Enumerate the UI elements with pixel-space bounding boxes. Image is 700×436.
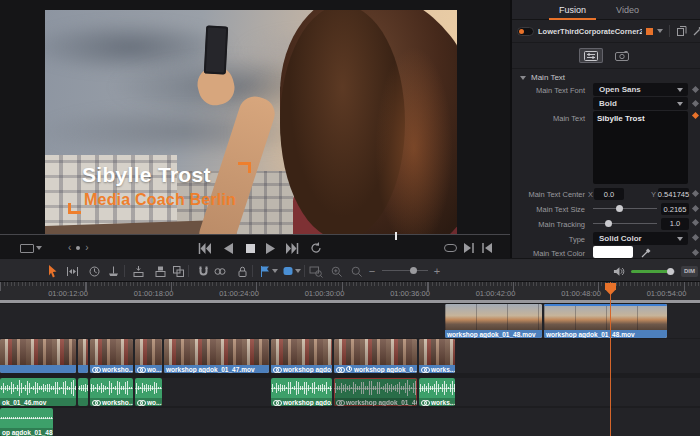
volume-slider[interactable] <box>631 270 675 273</box>
timeline-clip[interactable]: workshop agdok_01_48.mov <box>445 304 542 338</box>
clip-label: worksho... <box>102 366 133 373</box>
slider-knob[interactable] <box>605 220 612 227</box>
play-reverse-button[interactable] <box>224 241 233 255</box>
timeline-clip[interactable]: workshop agdok_0... <box>334 339 417 373</box>
timeline-clip[interactable]: workshop agdo... <box>271 339 332 373</box>
tab-fusion[interactable]: Fusion <box>555 2 590 18</box>
timeline-clip[interactable]: ok_01_46.mov <box>0 378 76 406</box>
overwrite-clip-button[interactable] <box>152 263 168 279</box>
timeline-clip[interactable]: workshop agdo... <box>271 378 332 406</box>
copy-icon[interactable] <box>676 25 688 37</box>
timeline-clip[interactable]: wo... <box>135 339 162 373</box>
tracking-slider[interactable] <box>593 217 657 230</box>
center-y-input[interactable]: 0.541745 <box>658 188 689 200</box>
timeline-clip[interactable]: op agdok_01_48... <box>0 408 53 436</box>
link-icon <box>137 367 145 371</box>
color-swatch-icon[interactable] <box>646 28 653 35</box>
snapping-magnet-button[interactable] <box>195 263 211 279</box>
timeline-viewer-panel: Sibylle Trost Media Coach Berlin ‹› <box>0 0 510 258</box>
lower-third-corner-bracket <box>238 162 251 173</box>
timeline-clip[interactable]: workshop agdok_01_47.mov <box>164 339 269 373</box>
timeline-clip[interactable] <box>78 339 88 373</box>
playhead-line[interactable] <box>610 282 611 436</box>
timeline-clip[interactable] <box>0 339 76 373</box>
jog-wheel[interactable]: ‹› <box>68 241 89 255</box>
volume-knob[interactable] <box>667 268 674 275</box>
clip-label-bar: ok_01_46.mov <box>0 398 76 406</box>
timeline-clip[interactable]: worksho... <box>90 339 133 373</box>
zoom-in-button[interactable]: + <box>431 263 443 279</box>
row-main-text-center: Main Text Center X 0.0 Y 0.541745 <box>512 187 700 200</box>
timeline-clip[interactable]: wo... <box>135 378 162 406</box>
timeline-clip[interactable]: workshop agdok_01_48.mov <box>544 304 667 338</box>
zoom-out-button[interactable]: − <box>366 263 378 279</box>
chevron-down-icon[interactable] <box>657 29 663 33</box>
zoom-slider-knob[interactable] <box>410 267 417 274</box>
clip-label-bar <box>0 365 76 373</box>
flag-dropdown-button[interactable] <box>270 263 280 279</box>
settings-tab[interactable] <box>610 48 634 63</box>
tracking-value-input[interactable]: 1.0 <box>661 218 689 230</box>
zoom-full-extent-button[interactable] <box>308 263 324 279</box>
match-frame-button[interactable] <box>482 241 492 255</box>
clip-label-bar <box>78 365 88 373</box>
clip-label-bar: workshop agdo... <box>271 365 332 373</box>
center-x-input[interactable]: 0.0 <box>594 188 624 200</box>
video-preview[interactable]: Sibylle Trost Media Coach Berlin <box>45 10 457 235</box>
speaker-icon[interactable] <box>613 265 625 277</box>
timeline-ruler[interactable]: 01:00:12:0001:00:18:0001:00:24:0001:00:3… <box>0 282 700 300</box>
clip-thumbnail <box>419 339 455 365</box>
timeline-clip[interactable]: works... <box>419 339 455 373</box>
timeline-clip[interactable] <box>78 378 88 406</box>
text-color-swatch[interactable] <box>593 246 633 258</box>
in-out-range-button[interactable] <box>444 241 457 255</box>
trim-edit-mode-button[interactable] <box>64 263 80 279</box>
type-dropdown[interactable]: Solid Color <box>593 232 688 245</box>
play-around-button[interactable] <box>464 241 474 255</box>
replace-clip-button[interactable] <box>170 263 186 279</box>
pointer-tool-button[interactable] <box>44 263 60 279</box>
clip-label: workshop agdo... <box>283 366 332 373</box>
lower-third-subtitle: Media Coach Berlin <box>84 191 236 209</box>
minus-icon: − <box>369 266 375 277</box>
track-v1: worksho...wo...workshop agdok_01_47.movw… <box>0 339 700 373</box>
timeline-tracks: workshop agdok_01_48.movworkshop agdok_0… <box>0 303 700 436</box>
detail-zoom-button[interactable] <box>328 263 344 279</box>
position-lock-button[interactable] <box>234 263 250 279</box>
linked-selection-button[interactable] <box>212 263 228 279</box>
tab-video[interactable]: Video <box>612 2 643 18</box>
slider-knob[interactable] <box>616 205 623 212</box>
size-slider[interactable] <box>593 202 657 215</box>
custom-zoom-button[interactable] <box>348 263 364 279</box>
timeline-clip[interactable]: works... <box>419 378 455 406</box>
field-label: Main Text Size <box>512 205 585 214</box>
timeline-clip[interactable]: workshop agdok_01_46... <box>334 378 417 406</box>
ruler-timecode: 01:00:18:00 <box>134 289 174 298</box>
viewer-options-button[interactable] <box>20 241 42 255</box>
clip-label-bar: works... <box>419 365 455 373</box>
size-value-input[interactable]: 0.2165 <box>661 203 689 215</box>
timeline-clip[interactable]: worksho... <box>90 378 133 406</box>
go-to-last-frame-button[interactable] <box>286 241 299 255</box>
pick-icon[interactable] <box>692 25 700 37</box>
dynamic-trim-button[interactable] <box>86 263 102 279</box>
ruler-timecode: 01:00:30:00 <box>305 289 345 298</box>
stop-button[interactable] <box>246 241 255 255</box>
marker-dropdown-button[interactable] <box>293 263 303 279</box>
dim-button[interactable]: DIM <box>681 266 698 277</box>
insert-clip-button[interactable] <box>130 263 146 279</box>
clip-thumbnail <box>271 339 332 365</box>
font-weight-dropdown[interactable]: Bold <box>593 97 688 110</box>
razor-edit-button[interactable] <box>105 263 121 279</box>
zoom-slider[interactable] <box>382 270 428 271</box>
enable-toggle[interactable] <box>517 27 534 36</box>
clip-thumbnail <box>0 339 76 365</box>
go-to-first-frame-button[interactable] <box>198 241 211 255</box>
loop-button[interactable] <box>310 241 322 255</box>
font-dropdown[interactable]: Open Sans <box>593 83 688 96</box>
clip-label-bar: workshop agdok_01_46... <box>334 398 417 406</box>
play-button[interactable] <box>266 241 275 255</box>
clip-label: wo... <box>147 399 161 406</box>
controls-tab[interactable] <box>579 48 603 63</box>
main-text-input[interactable]: Sibylle Trost <box>593 111 688 184</box>
